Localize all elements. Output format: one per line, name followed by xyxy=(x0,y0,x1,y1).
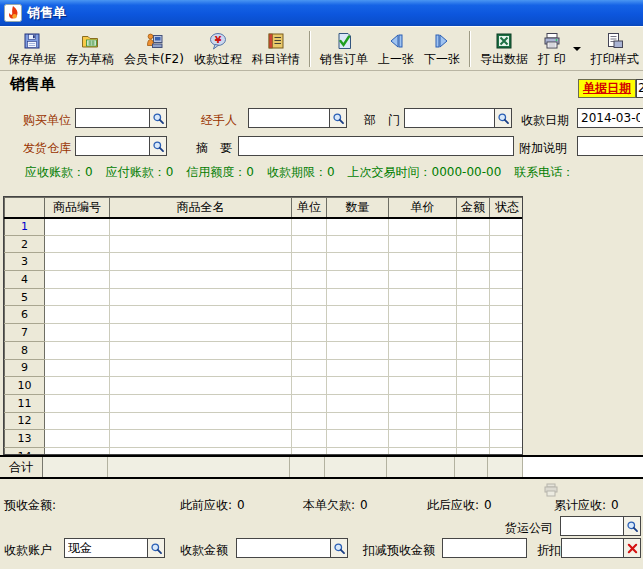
row-number-cell[interactable]: 12 xyxy=(5,412,45,430)
grid-cell[interactable] xyxy=(45,447,110,455)
grid-cell[interactable] xyxy=(490,359,524,377)
row-number-cell[interactable]: 2 xyxy=(5,235,45,253)
memo-input[interactable] xyxy=(239,137,513,155)
grid-cell[interactable] xyxy=(389,324,457,342)
row-number-cell[interactable]: 8 xyxy=(5,341,45,359)
grid-cell[interactable] xyxy=(110,324,292,342)
toolbar-button-account-details[interactable]: 科目详情 xyxy=(247,28,305,70)
row-number-cell[interactable]: 4 xyxy=(5,271,45,289)
grid-cell[interactable] xyxy=(110,271,292,289)
toolbar-button-print-style[interactable]: 打印样式 xyxy=(586,28,643,70)
grid-cell[interactable] xyxy=(389,235,457,253)
grid-cell[interactable] xyxy=(110,447,292,455)
grid-cell[interactable] xyxy=(110,288,292,306)
grid-cell[interactable] xyxy=(490,253,524,271)
grid-cell[interactable] xyxy=(45,271,110,289)
row-number-cell[interactable]: 11 xyxy=(5,394,45,412)
grid-cell[interactable] xyxy=(110,394,292,412)
grid-cell[interactable] xyxy=(110,218,292,236)
grid-cell[interactable] xyxy=(389,341,457,359)
grid-cell[interactable] xyxy=(110,235,292,253)
row-number-cell[interactable]: 7 xyxy=(5,324,45,342)
grid-cell[interactable] xyxy=(110,306,292,324)
grid-cell[interactable] xyxy=(45,394,110,412)
toolbar-button-save-draft[interactable]: 存为草稿 xyxy=(61,28,119,70)
grid-cell[interactable] xyxy=(327,253,389,271)
grid-cell[interactable] xyxy=(457,271,490,289)
doc-date-value-fragment[interactable]: 2 xyxy=(636,79,643,98)
grid-cell[interactable] xyxy=(292,412,327,430)
freight-company-input[interactable] xyxy=(561,517,623,535)
row-number-cell[interactable]: 13 xyxy=(5,430,45,448)
grid-cell[interactable] xyxy=(45,218,110,236)
grid-cell[interactable] xyxy=(292,218,327,236)
row-number-cell[interactable]: 3 xyxy=(5,253,45,271)
discount-clear-button[interactable] xyxy=(623,539,640,557)
grid-cell[interactable] xyxy=(45,288,110,306)
grid-cell[interactable] xyxy=(45,324,110,342)
payment-amount-lookup-button[interactable] xyxy=(330,539,347,557)
toolbar-button-next[interactable]: 下一张 xyxy=(419,28,465,70)
grid-cell[interactable] xyxy=(490,447,524,455)
toolbar-button-save[interactable]: 保存单据 xyxy=(3,28,61,70)
grid-cell[interactable] xyxy=(490,306,524,324)
grid-cell[interactable] xyxy=(110,430,292,448)
grid-cell[interactable] xyxy=(327,324,389,342)
grid-cell[interactable] xyxy=(389,412,457,430)
grid-cell[interactable] xyxy=(292,271,327,289)
grid-cell[interactable] xyxy=(457,235,490,253)
grid-cell[interactable] xyxy=(457,394,490,412)
grid-cell[interactable] xyxy=(327,447,389,455)
grid-cell[interactable] xyxy=(327,218,389,236)
grid-cell[interactable] xyxy=(292,430,327,448)
warehouse-input[interactable] xyxy=(76,137,149,155)
grid-cell[interactable] xyxy=(110,253,292,271)
row-number-cell[interactable]: 6 xyxy=(5,306,45,324)
grid-cell[interactable] xyxy=(389,430,457,448)
grid-cell[interactable] xyxy=(292,341,327,359)
grid-cell[interactable] xyxy=(490,324,524,342)
grid-cell[interactable] xyxy=(490,235,524,253)
payment-amount-input[interactable] xyxy=(237,539,330,557)
grid-cell[interactable] xyxy=(327,306,389,324)
grid-cell[interactable] xyxy=(389,271,457,289)
toolbar-button-prev[interactable]: 上一张 xyxy=(373,28,419,70)
handler-input[interactable] xyxy=(249,109,329,127)
grid-cell[interactable] xyxy=(45,341,110,359)
grid-cell[interactable] xyxy=(292,288,327,306)
grid-cell[interactable] xyxy=(490,271,524,289)
grid-cell[interactable] xyxy=(110,341,292,359)
freight-company-lookup-button[interactable] xyxy=(623,517,640,535)
grid-cell[interactable] xyxy=(490,377,524,395)
payment-account-lookup-button[interactable] xyxy=(147,539,164,557)
grid-cell[interactable] xyxy=(457,218,490,236)
grid-cell[interactable] xyxy=(292,394,327,412)
grid-cell[interactable] xyxy=(389,377,457,395)
grid-cell[interactable] xyxy=(389,306,457,324)
grid-cell[interactable] xyxy=(457,430,490,448)
grid-cell[interactable] xyxy=(45,412,110,430)
grid-cell[interactable] xyxy=(292,447,327,455)
grid-cell[interactable] xyxy=(327,288,389,306)
grid-cell[interactable] xyxy=(490,341,524,359)
buyer-unit-input[interactable] xyxy=(76,109,149,127)
toolbar-button-member-card[interactable]: 会员卡(F2) xyxy=(119,28,189,70)
grid-cell[interactable] xyxy=(292,359,327,377)
grid-cell[interactable] xyxy=(110,377,292,395)
toolbar-button-sales-order[interactable]: 销售订单 xyxy=(315,28,373,70)
grid-cell[interactable] xyxy=(327,394,389,412)
grid-cell[interactable] xyxy=(490,430,524,448)
warehouse-lookup-button[interactable] xyxy=(149,137,166,155)
grid-cell[interactable] xyxy=(457,253,490,271)
grid-cell[interactable] xyxy=(327,235,389,253)
row-number-cell[interactable]: 9 xyxy=(5,359,45,377)
grid-cell[interactable] xyxy=(457,288,490,306)
grid-cell[interactable] xyxy=(389,253,457,271)
grid-cell[interactable] xyxy=(292,324,327,342)
grid-cell[interactable] xyxy=(389,288,457,306)
extra-note-input[interactable] xyxy=(578,137,643,155)
print-dropdown-arrow-icon[interactable] xyxy=(573,47,581,51)
grid-cell[interactable] xyxy=(45,377,110,395)
grid-cell[interactable] xyxy=(327,412,389,430)
grid-cell[interactable] xyxy=(457,306,490,324)
